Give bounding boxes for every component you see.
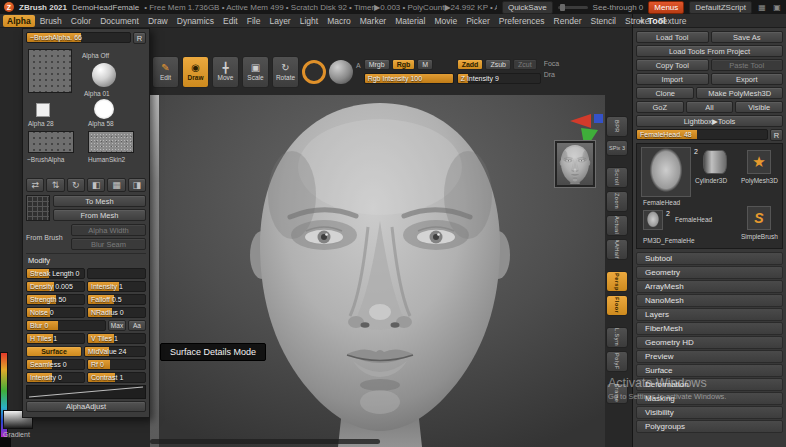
current-tool-slider[interactable]: FemaleHead. 48 — [636, 129, 768, 140]
visible-button[interactable]: Visible — [735, 101, 783, 113]
lightbox-tools-button[interactable]: Lightbox▶Tools — [636, 115, 783, 127]
modify-section-title[interactable]: Modify — [26, 253, 146, 268]
aahalf-button[interactable]: AAHalf — [606, 239, 628, 260]
menu-item-layer[interactable]: Layer — [265, 15, 294, 27]
save-as-button[interactable]: Save As — [711, 31, 784, 43]
menu-item-light[interactable]: Light — [296, 15, 322, 27]
section-deformation[interactable]: Deformation — [636, 378, 783, 391]
section-fibermesh[interactable]: FiberMesh — [636, 322, 783, 335]
section-visibility[interactable]: Visibility — [636, 406, 783, 419]
alpha-off-label[interactable]: Alpha Off — [82, 52, 109, 59]
grid-icon[interactable]: ▦ — [757, 2, 767, 12]
draw-button[interactable]: ◉ Draw — [182, 56, 209, 88]
zoom-button[interactable]: Zoom — [606, 191, 628, 212]
seamless-slider[interactable]: Seamless 0 — [26, 359, 85, 370]
nradius-slider[interactable]: NRadius 0 — [87, 307, 146, 318]
actual-button[interactable]: Actual — [606, 215, 628, 236]
simplebrush-thumbnail[interactable]: S — [747, 206, 771, 230]
paste-tool-button[interactable]: Paste Tool — [711, 59, 784, 71]
section-surface[interactable]: Surface — [636, 364, 783, 377]
menu-item-brush[interactable]: Brush — [36, 15, 66, 27]
alpha-width-button[interactable]: Alpha Width — [71, 224, 146, 236]
menu-item-stencil[interactable]: Stencil — [586, 15, 620, 27]
to-mesh-button[interactable]: To Mesh — [53, 195, 146, 207]
streak-length-slider[interactable]: Streak Length 0 — [26, 268, 85, 279]
menu-item-texture[interactable]: Texture — [655, 15, 691, 27]
spix-button[interactable]: SPix 3 — [606, 140, 628, 156]
alpha28-thumbnail[interactable] — [36, 103, 50, 117]
rf-slider[interactable]: Rf 0 — [87, 359, 146, 370]
flip-h-button[interactable]: ⇄ — [26, 178, 44, 192]
menu-item-macro[interactable]: Macro — [323, 15, 355, 27]
max-button[interactable]: Max — [108, 320, 126, 331]
z-intensity-slider[interactable]: Z Intensity 9 — [457, 73, 541, 84]
sculpt-canvas[interactable] — [150, 95, 605, 447]
from-mesh-button[interactable]: From Mesh — [53, 209, 146, 221]
menu-item-color[interactable]: Color — [67, 15, 95, 27]
section-masking[interactable]: Masking — [636, 392, 783, 405]
canvas-scrollbar[interactable] — [150, 439, 380, 444]
rotate-button[interactable]: ↻ Rotate — [272, 56, 299, 88]
v-tiles-slider[interactable]: V Tiles 1 — [87, 333, 146, 344]
all-button[interactable]: All — [686, 101, 734, 113]
polyf-button[interactable]: PolyF — [606, 351, 628, 372]
intensity0-slider[interactable]: Intensity 0 — [26, 372, 85, 383]
section-polygroups[interactable]: Polygroups — [636, 420, 783, 433]
section-preview[interactable]: Preview — [636, 350, 783, 363]
menu-item-dynamics[interactable]: Dynamics — [173, 15, 218, 27]
alpha58-thumbnail[interactable] — [94, 99, 114, 119]
goz-button[interactable]: GoZ — [636, 101, 684, 113]
draw-size-label[interactable]: Dra — [544, 71, 564, 78]
load-tool-button[interactable]: Load Tool — [636, 31, 709, 43]
section-layers[interactable]: Layers — [636, 308, 783, 321]
export-button[interactable]: Export — [711, 73, 784, 85]
rotate-90-button[interactable]: ↻ — [67, 178, 85, 192]
menu-item-render[interactable]: Render — [550, 15, 586, 27]
current-alpha-thumbnail[interactable] — [28, 49, 72, 93]
tool-preview-thumbnail[interactable] — [555, 141, 595, 187]
tool-r-button[interactable]: R — [770, 129, 783, 141]
invert-button[interactable]: ◧ — [87, 178, 105, 192]
zcut-button[interactable]: Zcut — [513, 59, 537, 70]
menus-button[interactable]: Menus — [648, 1, 684, 14]
section-arraymesh[interactable]: ArrayMesh — [636, 280, 783, 293]
bpr-button[interactable]: BPR — [606, 116, 628, 137]
menu-item-edit[interactable]: Edit — [219, 15, 242, 27]
femalehead2-thumbnail[interactable] — [643, 210, 663, 230]
persp-button[interactable]: Persp — [606, 271, 628, 292]
surface-button[interactable]: Surface — [26, 346, 82, 357]
brushalpha-thumbnail[interactable] — [28, 131, 74, 153]
from-brush-label[interactable]: From Brush — [26, 234, 68, 241]
copy-tool-button[interactable]: Copy Tool — [636, 59, 709, 71]
alpha-adjust-button[interactable]: AlphaAdjust — [26, 401, 146, 412]
density-slider[interactable]: Density 0.005 — [26, 281, 85, 292]
alpha-adjust-curve[interactable] — [26, 385, 146, 399]
blur-slider[interactable]: Blur 0 — [26, 320, 106, 331]
menu-item-draw[interactable]: Draw — [144, 15, 172, 27]
strength-slider[interactable]: Strength 50 — [26, 294, 85, 305]
section-geometry-hd[interactable]: Geometry HD — [636, 336, 783, 349]
section-nanomesh[interactable]: NanoMesh — [636, 294, 783, 307]
h-tiles-slider[interactable]: H Tiles 1 — [26, 333, 85, 344]
edit-button[interactable]: ✎ Edit — [152, 56, 179, 88]
menu-item-document[interactable]: Document — [96, 15, 143, 27]
section-subtool[interactable]: Subtool — [636, 252, 783, 265]
midvalue-slider[interactable]: MidValue 24 — [84, 346, 146, 357]
quicksave-button[interactable]: QuickSave — [502, 1, 553, 14]
zsub-button[interactable]: Zsub — [485, 59, 511, 70]
scale-button[interactable]: ▣ Scale — [242, 56, 269, 88]
flip-v-button[interactable]: ⇅ — [46, 178, 64, 192]
see-through-slider[interactable] — [558, 6, 588, 9]
polymesh3d-thumbnail[interactable]: ★ — [747, 150, 771, 174]
make-polymesh3d-button[interactable]: Make PolyMesh3D — [696, 87, 783, 99]
menu-item-picker[interactable]: Picker — [462, 15, 494, 27]
menu-item-file[interactable]: File — [243, 15, 265, 27]
femalehead-tool-thumbnail[interactable] — [641, 147, 691, 197]
contrast-slider[interactable]: Contrast 1 — [87, 372, 146, 383]
floor-button[interactable]: Floor — [606, 295, 628, 316]
intensity-slider[interactable]: Intensity 1 — [87, 281, 146, 292]
menu-item-material[interactable]: Material — [391, 15, 429, 27]
z-axis-indicator[interactable] — [594, 114, 603, 123]
rgb-intensity-slider[interactable]: Rgb Intensity 100 — [364, 73, 454, 84]
zscript-button[interactable]: DefaultZScript — [689, 1, 752, 14]
